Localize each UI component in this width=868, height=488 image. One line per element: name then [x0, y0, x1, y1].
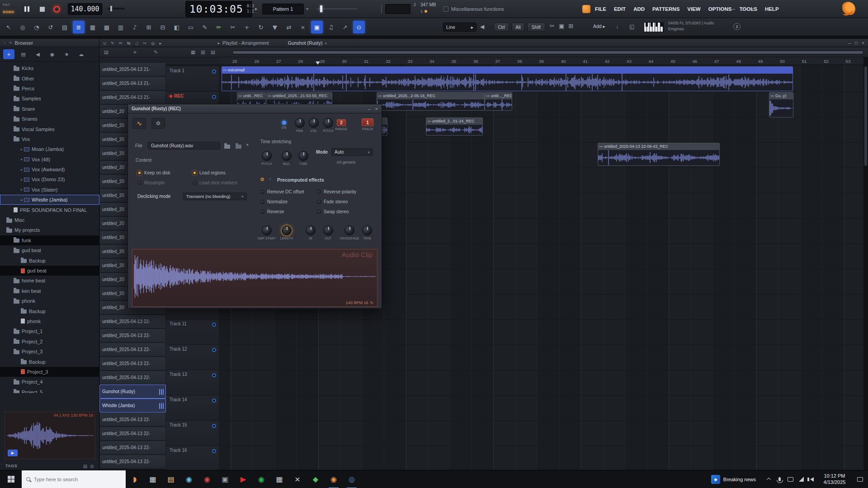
cut-icon[interactable]: ✂ [550, 23, 555, 29]
stretch-mode-selector[interactable]: Auto ▸ [331, 148, 373, 156]
track-channel-dot[interactable] [212, 95, 216, 99]
typing-keyboard-icon[interactable]: ≣ [73, 21, 85, 33]
event-editor-icon[interactable]: ▭ [185, 21, 197, 33]
channel-rack-icon[interactable]: ▥ [115, 21, 127, 33]
favorites-tab[interactable]: ★ [61, 49, 72, 59]
menu-patterns[interactable]: PATTERNS [652, 6, 679, 12]
close-icon[interactable]: × [862, 41, 864, 46]
grid-snap-icon[interactable]: ⊞ [143, 21, 155, 33]
fl-studio-icon[interactable]: ◉ [325, 470, 343, 488]
declick-selector[interactable]: Transient (no bleeding) ▸ [183, 192, 247, 200]
track-channel-dot[interactable] [212, 373, 216, 377]
play-button[interactable] [21, 3, 33, 15]
gray-app-icon[interactable]: ▣ [216, 470, 234, 488]
recorder-icon[interactable]: ◉ [198, 470, 216, 488]
pitch-range-value[interactable]: 2 [337, 119, 346, 126]
crossfade-knob[interactable] [344, 225, 354, 235]
green-app-icon[interactable]: ◆ [307, 470, 325, 488]
clip-source-row[interactable]: untitled_2025-04-13 22- [99, 357, 166, 371]
audio-view-icon[interactable]: ▥ [201, 49, 205, 55]
playlist-titlebar[interactable]: ∪✎✏↹◇✂◎▸ ▸ Playlist - Arrangement Gunsho… [99, 39, 868, 47]
browser-item[interactable]: ▸Vox (Awkward) [0, 164, 99, 174]
audio-clip[interactable]: ↦voicemail [222, 66, 793, 91]
browser-item[interactable]: Kicks [0, 63, 99, 73]
close-icon[interactable]: × [375, 106, 378, 112]
track-channel-dot[interactable] [212, 348, 216, 352]
mixdown-icon[interactable]: ▼ [269, 21, 281, 33]
piano-roll-icon[interactable]: ▩ [101, 21, 113, 33]
clip-source-row[interactable]: untitled_2025-04-13 22- [99, 441, 166, 455]
browser-item[interactable]: Snares [0, 114, 99, 124]
track-channel-dot[interactable] [212, 424, 216, 428]
wrench-icon[interactable]: ⚙ [151, 118, 165, 129]
close-icon[interactable]: × [751, 6, 754, 12]
track-header[interactable]: Track 14 [166, 395, 219, 421]
song-toggle[interactable]: SONG [3, 9, 14, 16]
clip-source-row[interactable]: untitled_2025-04-13 22- [99, 413, 166, 427]
zoom-tool-icon[interactable]: ⊟ [157, 21, 169, 33]
menu-options[interactable]: OPTIONS [708, 6, 732, 12]
browser-item[interactable]: phonk [0, 316, 99, 326]
tempo-display[interactable]: 140.000 [68, 3, 102, 15]
pat-song-switch[interactable]: PAT SONG [3, 1, 14, 16]
browser-item[interactable]: home beat [0, 276, 99, 286]
browser-item[interactable]: Misc [0, 215, 99, 225]
mute-icon[interactable]: ◇ [135, 41, 138, 46]
dialog-titlebar[interactable]: Gunshot (Rusty) (REC) – × [128, 104, 382, 113]
clip-source-row[interactable]: untitled_2025-04-13 21- [99, 76, 166, 90]
clip-source-row[interactable]: untitled_2025-04-13 21- [99, 90, 166, 104]
taskbar-search[interactable] [22, 470, 126, 488]
browser-item[interactable]: Vox [0, 134, 99, 144]
track-route-value[interactable]: 1 [362, 118, 373, 126]
step-edit-icon[interactable]: ▤ [59, 21, 71, 33]
browser-item[interactable]: Percs [0, 84, 99, 94]
notification-badge[interactable]: 2 [733, 23, 741, 30]
download-icon[interactable]: ↓ [616, 23, 618, 30]
browser-item[interactable]: ken beat [0, 286, 99, 296]
file-field[interactable]: Gunshot (Rusty).wav [148, 142, 220, 150]
plugins-tab[interactable]: ◉ [47, 49, 58, 59]
browser-item[interactable]: ▸Moan (Jamba) [0, 144, 99, 154]
track-header[interactable]: Track 1 [166, 66, 219, 92]
checkbox-remove-dc-offset[interactable]: Remove DC offset [260, 189, 304, 194]
browser-item[interactable]: Samples [0, 94, 99, 103]
picker-panel-icon[interactable]: ▤ [104, 49, 108, 55]
overdub-icon[interactable]: ◎ [17, 21, 28, 33]
split-view-icon[interactable]: ◧ [171, 21, 183, 33]
search-icon[interactable]: ◎ [90, 464, 94, 469]
time-knob[interactable] [298, 151, 308, 161]
sample-tab[interactable]: ∿ [132, 118, 146, 129]
track-channel-dot[interactable] [212, 70, 216, 74]
audio-clip[interactable]: ↦untitled_2025-04-13 22-09-43_REC [598, 143, 720, 166]
track-header[interactable]: Track 15 [166, 421, 219, 446]
edit-icon[interactable]: ✎ [154, 49, 158, 55]
track-channel-dot[interactable] [212, 399, 216, 403]
food-app-icon[interactable]: ◗ [126, 470, 144, 488]
snap-selector[interactable]: Line▸ [443, 23, 476, 32]
pencil-icon[interactable]: ✎ [111, 41, 114, 46]
brush-icon[interactable]: ✏ [119, 41, 123, 46]
checkbox-fade-stereo[interactable]: Fade stereo [317, 199, 348, 204]
track-channel-dot[interactable] [212, 323, 216, 327]
volume-knob[interactable] [309, 118, 319, 128]
audio-clip[interactable]: ↦Gu..y) [769, 92, 793, 117]
pattern-view-icon[interactable]: ▦ [191, 49, 195, 55]
maximize-icon[interactable]: □ [741, 6, 745, 12]
checkbox-swap-stereo[interactable]: Swap stereo [317, 209, 349, 214]
pat-toggle[interactable]: PAT [3, 1, 14, 9]
browser-item[interactable]: ▸Vox (48) [0, 155, 99, 164]
link-controllers-icon[interactable]: ⊙ [353, 21, 365, 33]
pattern-add-button[interactable]: + [306, 5, 309, 12]
clip-source-row[interactable]: Whistle (Jamba) [99, 399, 166, 413]
track-header[interactable]: Track 11 [166, 319, 219, 345]
network-tray-icon[interactable] [796, 470, 807, 488]
volume-tray-icon[interactable] [807, 470, 817, 488]
browser-item[interactable]: Vocal Samples [0, 124, 99, 134]
browser-item[interactable]: Project_5 [0, 387, 99, 394]
shift-button[interactable]: Shift [527, 23, 545, 32]
taskbar-clock[interactable]: 10:12 PM 4/13/2025 [817, 473, 852, 486]
slice-icon[interactable]: ✂ [143, 41, 146, 46]
files-tab[interactable]: ▤ [18, 49, 29, 59]
minimize-icon[interactable]: – [368, 106, 370, 112]
clear-sample-icon[interactable]: × [246, 142, 249, 147]
